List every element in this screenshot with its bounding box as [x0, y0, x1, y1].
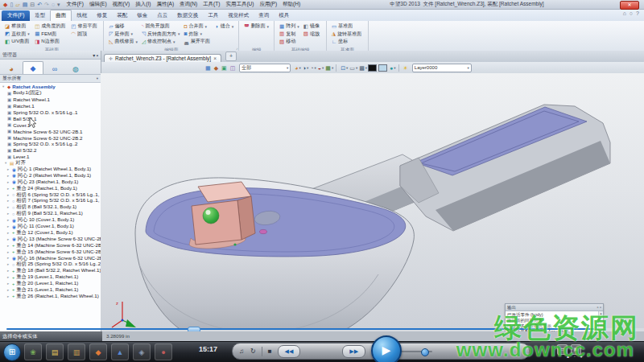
- tree-constraint-row[interactable]: ▸ + 重合 14 (Machine Screw 6-32 UNC-2B.1, …: [0, 242, 101, 249]
- taskbar-app-icon[interactable]: ◆: [89, 343, 107, 360]
- tree-constraint-row[interactable]: ▸ + 重合 26 (Ratchet.1, Ratchet Wheel.1): [0, 293, 101, 299]
- ribbon-button[interactable]: ◝圆角开放面: [141, 23, 181, 31]
- volume-slider-handle[interactable]: [421, 348, 429, 356]
- document-tab[interactable]: ✛ Ratchet_Wrench.Z3 - [Ratchet Assembly]…: [104, 54, 221, 62]
- ribbon-button[interactable]: ▨移动: [279, 38, 300, 46]
- manager-tab-icon[interactable]: ◍: [66, 64, 85, 74]
- ribbon-button[interactable]: ◚删除面▾: [243, 23, 270, 31]
- ribbon-button[interactable]: ◩直纹面▾: [4, 31, 31, 39]
- qat-icon[interactable]: ▯: [10, 2, 13, 7]
- mute-icon[interactable]: ♫: [239, 348, 244, 355]
- layer-dropdown[interactable]: Layer0000▾: [412, 64, 472, 72]
- ribbon-button[interactable]: ▦FEM面: [34, 31, 68, 39]
- qat-icon[interactable]: ◆: [3, 2, 7, 7]
- manager-tab-icon[interactable]: ◕: [2, 64, 21, 74]
- tree-constraint-row[interactable]: ▸ + 重合 21 (Lever.1, Ratchet.1): [0, 287, 101, 294]
- tree-constraint-row[interactable]: ▸ ○ 相切 9 (Ball 5/32.1, Ratchet.1): [0, 211, 101, 217]
- tree-constraint-row[interactable]: ▸ ◉ 同心 10 (Cover.1, Body.1): [0, 217, 101, 224]
- ribbon-button[interactable]: ◧镜像: [303, 23, 322, 31]
- tree-constraint-row[interactable]: ▸ + 重合 12 (Cover.1, Body.1): [0, 229, 101, 236]
- rewind-button[interactable]: ◀◀: [278, 345, 301, 358]
- ribbon-tab[interactable]: 模具: [274, 10, 294, 21]
- ribbon-button[interactable]: ◛展开平面: [184, 38, 213, 46]
- view-tool-icon[interactable]: ◆: [214, 65, 218, 71]
- tree-constraint-row[interactable]: ▸ ○ 相切 6 (Spring 5/32 O.D. x 5/16 Lg..1,…: [0, 191, 101, 198]
- stop-button[interactable]: ■: [268, 348, 272, 355]
- tab-close-icon[interactable]: ×: [213, 56, 217, 61]
- ribbon-button[interactable]: ▥复制: [279, 31, 300, 39]
- ribbon-tab[interactable]: 查询: [254, 10, 274, 21]
- tree-constraint-row[interactable]: ▸ ◉ 同心 13 (Machine Screw 6-32 UNC-2B.1, …: [0, 236, 101, 242]
- ribbon-tab[interactable]: 点云: [152, 10, 172, 21]
- taskbar-app-icon[interactable]: ●: [155, 343, 172, 360]
- filter-dropdown[interactable]: 全部▾: [239, 64, 291, 72]
- menu-item[interactable]: 编辑(E): [89, 1, 107, 8]
- ribbon-button[interactable]: ◪桥接面: [4, 23, 31, 31]
- ribbon-button[interactable]: ▱偏移: [108, 23, 138, 31]
- taskbar-app-icon[interactable]: ▲: [111, 343, 129, 360]
- ribbon-button[interactable]: ◠圆顶: [70, 31, 99, 39]
- qat-icon[interactable]: ⊟: [30, 2, 35, 7]
- ribbon-button[interactable]: ◨N边形面: [34, 38, 68, 46]
- ribbon-button[interactable]: ▦阵列▾: [279, 23, 300, 31]
- help-icon[interactable]: ?: [636, 10, 639, 16]
- manager-tab-icon[interactable]: ∞: [45, 64, 64, 74]
- qat-icon[interactable]: ▱: [15, 2, 19, 7]
- tree-constraint-row[interactable]: ▸ ◉ 同心 1 (Ratchet Wheel.1, Body.1): [0, 167, 101, 173]
- render-mode-button[interactable]: ◒▾: [316, 65, 324, 71]
- tree-component-row[interactable]: ▣ Machine Screw 6-32 UNC-2B.1: [0, 128, 101, 134]
- play-button[interactable]: ▶: [371, 335, 402, 362]
- tree-component-row[interactable]: ▣ Ball 5/32.2: [0, 147, 101, 154]
- close-button[interactable]: ✕: [620, 1, 639, 10]
- taskbar-app-icon[interactable]: ◈: [133, 343, 151, 360]
- layer-bulb-icon[interactable]: ☀: [403, 65, 408, 71]
- ribbon-button[interactable]: ◧U/V曲面: [4, 38, 31, 46]
- ribbon-tab[interactable]: 工具: [203, 10, 223, 21]
- view-option-button[interactable]: ⊡▾: [339, 65, 348, 71]
- ribbon-button[interactable]: ◮旋转基准面: [331, 31, 364, 39]
- ribbon-tab[interactable]: 装配: [112, 10, 132, 21]
- viewport-3d[interactable]: z: [101, 73, 644, 328]
- tree-component-row[interactable]: ▣ Spring 5/32 O.D. x 5/16 Lg..2: [0, 141, 101, 147]
- ribbon-button[interactable]: ◫成角度的面: [34, 23, 68, 31]
- tree-constraint-row[interactable]: ▸ + 重合 18 (Ball 5/32.2, Ratchet Wheel.1): [0, 268, 101, 274]
- view-tool-icon[interactable]: ▦: [205, 65, 211, 71]
- qat-icon[interactable]: ↷: [44, 2, 49, 7]
- render-mode-button[interactable]: ◕▾: [293, 65, 301, 71]
- tree-component-row[interactable]: ▣ Lever.1: [0, 154, 101, 160]
- face-color-swatch[interactable]: [378, 64, 387, 72]
- ribbon-button[interactable]: ◺曲线修剪▾: [108, 38, 138, 46]
- view-tool-icon[interactable]: ◫: [230, 65, 236, 71]
- tree-filter-dropdown[interactable]: 显示所有▾: [0, 75, 101, 83]
- material-sphere-icon[interactable]: ●: [390, 65, 393, 71]
- windows-start-button[interactable]: ⊞: [3, 343, 21, 361]
- manager-tab-icon[interactable]: ◆: [23, 61, 43, 74]
- ribbon-button[interactable]: ◹反转曲面方向▾: [141, 31, 181, 39]
- tree-constraint-row[interactable]: ▸ + 重合 19 (Lever.1, Ratchet.1): [0, 274, 101, 281]
- help-icon[interactable]: ○: [630, 10, 633, 16]
- tree-constraint-row[interactable]: ▸ ◉ 同心 11 (Cover.1, Body.1): [0, 224, 101, 230]
- loop-icon[interactable]: ↻: [250, 348, 256, 355]
- ribbon-button[interactable]: ◘合并面▾: [184, 23, 213, 31]
- taskbar-app-icon[interactable]: ▥: [68, 343, 85, 360]
- fast-forward-button[interactable]: ▶▶: [342, 345, 365, 358]
- menu-item[interactable]: 工具(T): [203, 1, 220, 8]
- tree-constraint-row[interactable]: ▸ + 重合 24 (Ratchet.1, Body.1): [0, 185, 101, 191]
- dialog-launcher-icon[interactable]: ⌟: [236, 45, 237, 50]
- ribbon-tab[interactable]: 数据交换: [172, 10, 203, 21]
- tree-component-row[interactable]: ▣ Body.1(固定): [0, 90, 101, 97]
- render-mode-button[interactable]: ▦▾: [324, 65, 333, 71]
- tree-constraint-row[interactable]: ▸ ◉ 同心 2 (Ratchet Wheel.1, Body.1): [0, 172, 101, 179]
- ribbon-tab[interactable]: 钣金: [132, 10, 152, 21]
- tree-component-row[interactable]: ▣ Machine Screw 6-32 UNC-2B.2: [0, 134, 101, 141]
- view-option-button[interactable]: ▩▾: [357, 65, 367, 71]
- taskbar-app-icon[interactable]: ▤: [46, 343, 64, 360]
- tree-constraint-row[interactable]: ▸ ◉ 同心 23 (Ratchet.1, Body.1): [0, 179, 101, 185]
- ribbon-button[interactable]: ◿修改控制点▾: [141, 38, 181, 46]
- render-mode-button[interactable]: ◑▾: [301, 65, 309, 71]
- menu-item[interactable]: 查询(N): [180, 1, 197, 8]
- new-tab-button[interactable]: +: [225, 51, 237, 61]
- menu-item[interactable]: 应用(P): [259, 1, 277, 8]
- tree-root[interactable]: ▾ ◆ Ratchet Assembly: [0, 84, 101, 90]
- ribbon-button[interactable]: ◰修剪平面: [70, 23, 99, 31]
